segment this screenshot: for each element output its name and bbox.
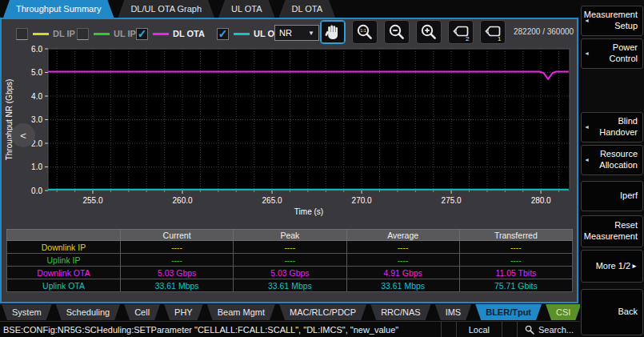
- row-label: Downlink OTA: [7, 267, 121, 279]
- cell-uplink-ota-transferred: 75.71 Gbits: [459, 279, 572, 292]
- x-tick-label: 260.0: [173, 196, 193, 205]
- softkey-label: Blind Handover: [591, 116, 638, 138]
- checkbox-ul-ip[interactable]: [77, 28, 89, 40]
- legend-label: DL OTA: [173, 29, 205, 38]
- rat-dropdown[interactable]: NR ▼: [274, 25, 319, 41]
- cell-downlink-ota-peak: 5.03 Gbps: [234, 267, 346, 279]
- softkey-label: Measurement Setup: [584, 10, 638, 32]
- marker-2-icon: 2: [450, 22, 471, 42]
- table-row-uplink-ota: Uplink OTA33.61 Mbps33.61 Mbps33.61 Mbps…: [7, 279, 573, 292]
- softkey-label: Power Control: [591, 42, 638, 65]
- svg-text:1: 1: [498, 35, 502, 42]
- softkey-reset-measurement[interactable]: Reset Measurement: [581, 215, 643, 247]
- local-mode-indicator: Local: [464, 325, 494, 335]
- config-tab-csi[interactable]: CSI: [546, 304, 581, 320]
- softkey-measurement-setup[interactable]: ◄Measurement Setup: [581, 6, 643, 36]
- legend-label: DL IP: [53, 29, 75, 38]
- throughput-summary-panel: DL IPUL IP✓DL OTA✓UL OTA NR ▼ 1:121 2822…: [0, 18, 578, 303]
- config-tab-bar: SystemSchedulingCellPHYBeam MgmtMAC/RLC/…: [2, 304, 580, 321]
- scpi-command-text: BSE:CONFig:NR5G:SCHeduling:SETParameter …: [3, 322, 398, 337]
- column-header-peak: Peak: [234, 230, 346, 241]
- column-header-transferred: Transferred: [459, 230, 572, 241]
- marker-1-button[interactable]: 1: [480, 20, 506, 44]
- cell-uplink-ota-average: 33.61 Mbps: [346, 279, 459, 292]
- y-axis-label: Throughput NR (Gbps): [5, 79, 14, 161]
- y-tick-label: 4.0: [31, 92, 42, 101]
- throughput-chart[interactable]: 0.01.02.03.04.05.06.0255.0260.0265.0270.…: [2, 46, 578, 230]
- checkbox-dl-ip[interactable]: [16, 28, 28, 40]
- config-tab-scheduling[interactable]: Scheduling: [56, 304, 120, 320]
- marker-2-button[interactable]: 2: [448, 20, 474, 44]
- series-color-swatch: [153, 33, 169, 35]
- check-icon: ✓: [138, 28, 147, 39]
- zoom-in-button[interactable]: [416, 20, 442, 44]
- series-color-swatch: [234, 33, 250, 35]
- pan-hand-icon: [323, 22, 342, 42]
- softkey-more-1-2[interactable]: More 1/2►: [581, 250, 643, 283]
- softkey-label: More 1/2: [596, 261, 630, 272]
- y-tick-label: 1.0: [31, 162, 42, 171]
- rat-dropdown-value: NR: [279, 28, 292, 38]
- pan-hand-button[interactable]: [320, 20, 346, 44]
- checkbox-ul-ota[interactable]: ✓: [217, 28, 229, 40]
- table-row-uplink-ip: Uplink IP----------------: [7, 254, 573, 267]
- config-tab-mac-rlc-pdcp[interactable]: MAC/RLC/PDCP: [279, 304, 366, 320]
- config-tab-system[interactable]: System: [2, 304, 52, 320]
- series-color-swatch: [94, 33, 110, 35]
- y-tick-label: 6.0: [31, 46, 42, 54]
- y-tick-label: 5.0: [31, 68, 42, 77]
- legend-item-dl-ota[interactable]: ✓DL OTA: [136, 26, 205, 41]
- softkey-blind-handover[interactable]: ◄Blind Handover: [581, 112, 643, 142]
- series-color-swatch: [33, 33, 49, 35]
- cell-uplink-ota-current: 33.61 Mbps: [121, 279, 234, 292]
- divider: [441, 322, 442, 337]
- zoom-1to1-button[interactable]: 1:1: [352, 20, 378, 44]
- softkey-label: Resource Allocation: [591, 149, 638, 171]
- config-tab-rrc-nas[interactable]: RRC/NAS: [370, 304, 431, 320]
- status-bar: BSE:CONFig:NR5G:SCHeduling:SETParameter …: [0, 321, 580, 337]
- config-tab-ims[interactable]: IMS: [435, 304, 472, 320]
- legend-item-dl-ip[interactable]: DL IP: [16, 26, 75, 41]
- softkey-label: Back: [618, 307, 638, 318]
- softkey-resource-allocation[interactable]: ◄Resource Allocation: [581, 145, 643, 175]
- cell-downlink-ota-average: 4.91 Gbps: [346, 267, 459, 279]
- legend-item-ul-ip[interactable]: UL IP: [77, 26, 136, 41]
- config-tab-cell[interactable]: Cell: [124, 304, 160, 320]
- x-tick-label: 275.0: [442, 196, 462, 205]
- submenu-arrow-icon: ◄: [584, 124, 590, 131]
- config-tab-beam-mgmt[interactable]: Beam Mgmt: [207, 304, 275, 320]
- cell-uplink-ota-peak: 33.61 Mbps: [234, 279, 346, 292]
- softkey-power-control[interactable]: ◄Power Control: [581, 38, 643, 69]
- checkbox-dl-ota[interactable]: ✓: [136, 28, 148, 40]
- softkey-iperf[interactable]: Iperf: [581, 181, 643, 211]
- chevron-left-icon: <: [20, 130, 26, 142]
- cell-uplink-ip-average: ----: [346, 254, 459, 267]
- view-tab-bar: Throughput SummaryDL/UL OTA GraphUL OTAD…: [3, 0, 335, 18]
- cell-downlink-ip-current: ----: [121, 241, 234, 254]
- config-tab-phy[interactable]: PHY: [164, 304, 203, 320]
- tab-ul-ota[interactable]: UL OTA: [218, 0, 275, 18]
- cell-downlink-ip-transferred: ----: [459, 241, 572, 254]
- collapse-panel-button[interactable]: <: [11, 123, 35, 147]
- softkey-sidebar: ◄Measurement Setup◄Power Control◄Blind H…: [580, 0, 644, 337]
- tab-dl-ul-ota-graph[interactable]: DL/UL OTA Graph: [118, 0, 214, 18]
- config-tab-bler-tput[interactable]: BLER/Tput: [475, 304, 542, 320]
- divider: [456, 322, 457, 337]
- tab-dl-ota[interactable]: DL OTA: [279, 0, 336, 18]
- column-header-blank: [7, 230, 121, 241]
- row-label: Downlink IP: [7, 241, 121, 254]
- app-window: Throughput SummaryDL/UL OTA GraphUL OTAD…: [0, 0, 644, 337]
- tab-throughput-summary[interactable]: Throughput Summary: [3, 0, 114, 18]
- x-tick-label: 255.0: [82, 196, 102, 205]
- zoom-in-icon: [419, 22, 438, 42]
- column-header-current: Current: [121, 230, 234, 241]
- marker-1-icon: 1: [482, 22, 503, 42]
- table-row-downlink-ip: Downlink IP----------------: [7, 241, 573, 254]
- zoom-out-button[interactable]: [384, 20, 410, 44]
- row-label: Uplink OTA: [7, 279, 121, 292]
- search-button[interactable]: Search...: [525, 325, 580, 335]
- softkey-back[interactable]: Back: [581, 289, 643, 335]
- throughput-table-header: CurrentPeakAverageTransferred: [7, 230, 573, 241]
- row-label: Uplink IP: [7, 254, 121, 267]
- legend-label: UL IP: [114, 29, 136, 38]
